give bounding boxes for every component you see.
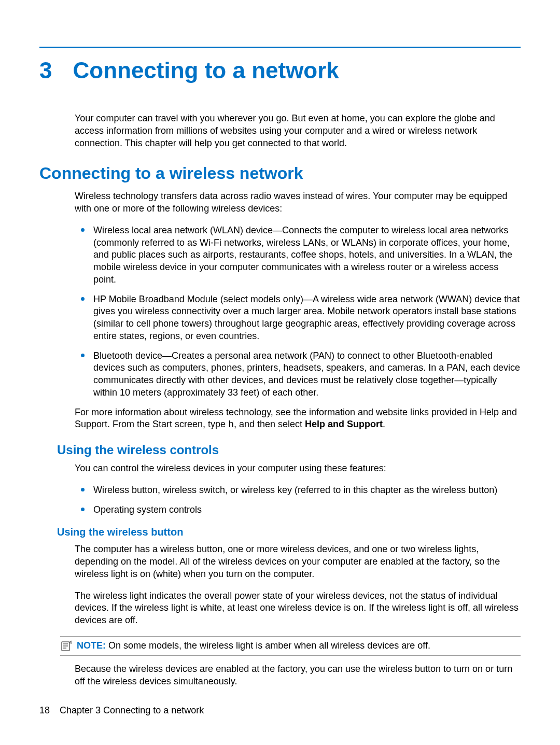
footer-chapter-label: Chapter 3 Connecting to a network	[60, 705, 204, 715]
note-text: On some models, the wireless light is am…	[108, 640, 430, 651]
page-number: 18	[39, 705, 50, 715]
outro-bold: Help and Support	[305, 419, 383, 429]
list-item: Wireless local area network (WLAN) devic…	[75, 224, 521, 286]
section2-body: You can control the wireless devices in …	[75, 462, 521, 516]
list-item: Wireless button, wireless switch, or wir…	[75, 484, 521, 497]
list-item: Bluetooth device—Creates a personal area…	[75, 350, 521, 399]
section2-list: Wireless button, wireless switch, or wir…	[75, 484, 521, 516]
note-icon	[60, 640, 73, 652]
section3-p3: Because the wireless devices are enabled…	[75, 663, 521, 688]
chapter-title: Connecting to a network	[73, 58, 339, 83]
note-callout: NOTE: On some models, the wireless light…	[60, 636, 521, 656]
top-rule	[39, 47, 521, 48]
section3-p2: The wireless light indicates the overall…	[75, 590, 521, 627]
section2-intro: You can control the wireless devices in …	[75, 462, 521, 475]
page-footer: 18 Chapter 3 Connecting to a network	[39, 705, 204, 716]
outro-code: h	[228, 419, 234, 430]
chapter-number: 3	[39, 58, 52, 83]
intro-text: Your computer can travel with you wherev…	[75, 113, 521, 149]
section1-intro: Wireless technology transfers data acros…	[75, 190, 521, 215]
section1-outro: For more information about wireless tech…	[75, 406, 521, 432]
page: 3 Connecting to a network Your computer …	[0, 0, 560, 745]
section1-list: Wireless local area network (WLAN) devic…	[75, 224, 521, 399]
section1-body: Wireless technology transfers data acros…	[75, 190, 521, 431]
outro-mid: , and then select	[234, 419, 305, 429]
list-item: HP Mobile Broadband Module (select model…	[75, 293, 521, 343]
chapter-heading: 3 Connecting to a network	[39, 58, 521, 83]
outro-post: .	[383, 419, 385, 429]
list-item: Operating system controls	[75, 504, 521, 516]
section3-p1: The computer has a wireless button, one …	[75, 543, 521, 580]
intro-paragraph: Your computer can travel with you wherev…	[75, 113, 521, 149]
section3-body: The computer has a wireless button, one …	[75, 543, 521, 687]
section-heading-wireless-controls: Using the wireless controls	[57, 443, 521, 457]
section-heading-wireless-button: Using the wireless button	[57, 526, 521, 538]
note-content: NOTE: On some models, the wireless light…	[77, 640, 430, 652]
note-label: NOTE:	[77, 640, 106, 651]
section-heading-wireless-network: Connecting to a wireless network	[39, 164, 521, 183]
